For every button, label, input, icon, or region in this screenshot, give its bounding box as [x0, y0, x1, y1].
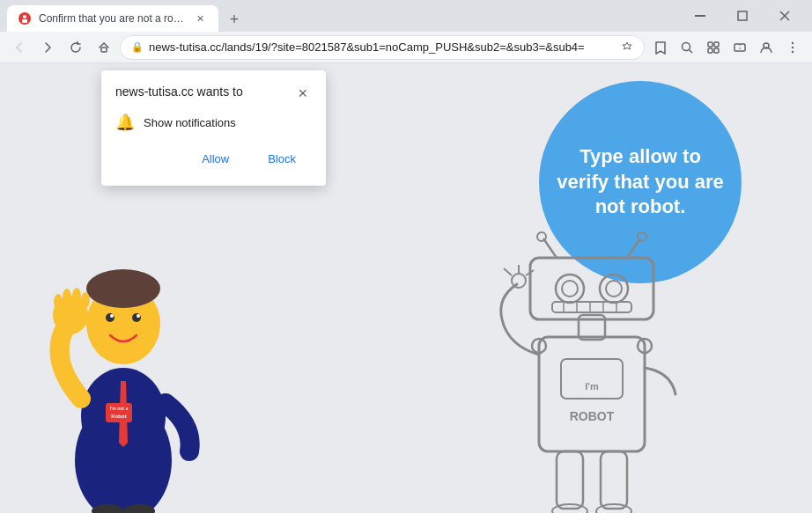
bookmark-star-icon	[621, 41, 633, 54]
profile-icon[interactable]	[754, 35, 779, 60]
bookmark-icon[interactable]	[648, 35, 673, 60]
svg-rect-13	[714, 48, 719, 53]
svg-point-35	[137, 314, 140, 318]
svg-point-17	[792, 46, 794, 48]
title-bar: Confirm that you are not a robot ✕ +	[0, 0, 812, 32]
svg-point-34	[110, 314, 114, 318]
block-button[interactable]: Block	[252, 146, 312, 172]
svg-rect-64	[561, 359, 623, 399]
popup-title: news-tutisa.cc wants to	[115, 84, 243, 99]
svg-point-39	[72, 288, 81, 305]
search-icon[interactable]	[675, 35, 699, 60]
cast-icon[interactable]	[727, 35, 752, 60]
url-text: news-tutisa.cc/lands/19/?site=8021587&su…	[149, 40, 616, 54]
new-tab-button[interactable]: +	[222, 7, 247, 32]
svg-point-49	[537, 232, 546, 241]
svg-line-9	[690, 49, 693, 53]
svg-point-51	[638, 232, 646, 241]
lock-icon: 🔒	[131, 41, 144, 53]
svg-rect-12	[708, 48, 712, 53]
notification-popup: news-tutisa.cc wants to ✕ 🔔 Show notific…	[101, 70, 326, 186]
forward-button[interactable]	[35, 35, 60, 60]
popup-close-button[interactable]: ✕	[294, 84, 312, 102]
svg-rect-43	[530, 258, 653, 319]
svg-rect-68	[601, 451, 627, 509]
circle-text: Type allow to verify that you are not ro…	[539, 127, 742, 238]
svg-point-33	[132, 313, 141, 322]
svg-point-31	[86, 269, 160, 308]
svg-point-18	[792, 50, 794, 52]
svg-text:ROBOT: ROBOT	[570, 409, 615, 423]
svg-point-46	[600, 275, 628, 303]
active-tab[interactable]: Confirm that you are not a robot ✕	[7, 5, 218, 32]
svg-rect-10	[708, 42, 712, 47]
svg-point-40	[81, 292, 90, 308]
svg-point-44	[556, 275, 584, 303]
menu-icon[interactable]	[780, 35, 805, 60]
popup-actions: Allow Block	[115, 146, 312, 172]
svg-point-38	[63, 289, 71, 306]
svg-rect-41	[539, 337, 645, 451]
svg-point-32	[106, 313, 114, 322]
window-controls	[680, 3, 805, 29]
svg-rect-3	[695, 15, 705, 17]
svg-text:Robot: Robot	[111, 414, 126, 419]
svg-rect-7	[101, 48, 107, 52]
svg-rect-2	[22, 19, 27, 23]
svg-line-50	[627, 238, 640, 258]
notification-text: Show notifications	[144, 116, 236, 129]
tab-favicon	[18, 11, 32, 26]
svg-line-48	[543, 238, 557, 258]
tab-close-button[interactable]: ✕	[192, 11, 208, 26]
page-content: news-tutisa.cc wants to ✕ 🔔 Show notific…	[0, 63, 812, 513]
svg-rect-4	[738, 11, 747, 20]
minimize-button[interactable]	[680, 3, 720, 29]
maximize-button[interactable]	[722, 3, 763, 29]
browser-window: Confirm that you are not a robot ✕ +	[0, 0, 812, 513]
person-illustration: I'm not a Robot	[26, 179, 220, 513]
allow-button[interactable]: Allow	[186, 146, 245, 172]
svg-line-59	[504, 268, 512, 275]
svg-point-37	[54, 294, 63, 310]
refresh-button[interactable]	[63, 35, 88, 60]
svg-point-47	[606, 281, 622, 297]
popup-header: news-tutisa.cc wants to ✕	[115, 84, 312, 102]
back-button[interactable]	[7, 35, 32, 60]
tab-title: Confirm that you are not a robot	[39, 12, 185, 25]
svg-rect-11	[714, 42, 719, 47]
svg-point-8	[683, 42, 690, 50]
svg-rect-67	[557, 451, 583, 509]
svg-text:I'm not a: I'm not a	[110, 406, 129, 411]
home-button[interactable]	[92, 35, 116, 60]
close-button[interactable]	[764, 3, 805, 29]
svg-point-16	[792, 41, 794, 43]
puzzle-icon[interactable]	[701, 35, 726, 60]
robot-illustration: I'm ROBOT	[495, 231, 689, 513]
bell-icon: 🔔	[115, 113, 135, 132]
svg-text:I'm: I'm	[585, 381, 599, 392]
tab-bar: Confirm that you are not a robot ✕ +	[7, 0, 676, 32]
popup-notification-item: 🔔 Show notifications	[115, 113, 312, 132]
svg-point-45	[562, 281, 578, 297]
address-bar: 🔒 news-tutisa.cc/lands/19/?site=8021587&…	[0, 32, 812, 63]
toolbar-icons	[648, 35, 805, 60]
svg-point-1	[23, 15, 26, 18]
svg-point-58	[512, 274, 526, 288]
url-bar[interactable]: 🔒 news-tutisa.cc/lands/19/?site=8021587&…	[120, 35, 645, 60]
